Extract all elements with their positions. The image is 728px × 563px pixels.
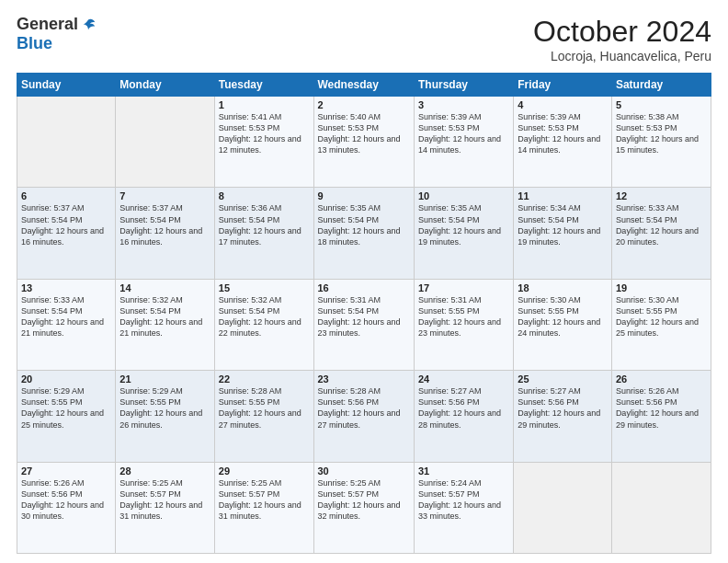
calendar-cell: 31Sunrise: 5:24 AMSunset: 5:57 PMDayligh… — [414, 462, 513, 553]
cell-content: Sunrise: 5:35 AMSunset: 5:54 PMDaylight:… — [418, 202, 509, 247]
calendar-cell: 11Sunrise: 5:34 AMSunset: 5:54 PMDayligh… — [514, 188, 612, 279]
cell-content: Sunrise: 5:40 AMSunset: 5:53 PMDaylight:… — [318, 111, 410, 156]
day-number: 19 — [616, 282, 707, 293]
cell-content: Sunrise: 5:25 AMSunset: 5:57 PMDaylight:… — [318, 477, 410, 523]
calendar-cell: 28Sunrise: 5:25 AMSunset: 5:57 PMDayligh… — [116, 462, 214, 553]
cell-content: Sunrise: 5:39 AMSunset: 5:53 PMDaylight:… — [418, 111, 509, 156]
day-number: 24 — [418, 373, 509, 385]
calendar-cell: 13Sunrise: 5:33 AMSunset: 5:54 PMDayligh… — [17, 279, 116, 370]
day-number: 28 — [119, 465, 210, 477]
cell-content: Sunrise: 5:35 AMSunset: 5:54 PMDaylight:… — [318, 202, 410, 247]
day-number: 9 — [318, 190, 410, 201]
cell-content: Sunrise: 5:30 AMSunset: 5:55 PMDaylight:… — [616, 294, 707, 339]
col-header-tuesday: Tuesday — [214, 74, 313, 97]
calendar-cell: 7Sunrise: 5:37 AMSunset: 5:54 PMDaylight… — [116, 188, 214, 279]
day-number: 26 — [616, 373, 707, 385]
calendar-cell: 5Sunrise: 5:38 AMSunset: 5:53 PMDaylight… — [611, 97, 711, 188]
cell-content: Sunrise: 5:28 AMSunset: 5:56 PMDaylight:… — [318, 385, 410, 431]
calendar-cell: 12Sunrise: 5:33 AMSunset: 5:54 PMDayligh… — [611, 188, 711, 279]
day-number: 8 — [219, 190, 310, 201]
calendar-cell: 26Sunrise: 5:26 AMSunset: 5:56 PMDayligh… — [611, 371, 711, 462]
calendar-cell: 23Sunrise: 5:28 AMSunset: 5:56 PMDayligh… — [313, 371, 414, 462]
cell-content: Sunrise: 5:31 AMSunset: 5:54 PMDaylight:… — [318, 294, 410, 339]
cell-content: Sunrise: 5:37 AMSunset: 5:54 PMDaylight:… — [21, 202, 111, 247]
cell-content: Sunrise: 5:24 AMSunset: 5:57 PMDaylight:… — [418, 477, 509, 523]
day-number: 3 — [418, 99, 509, 110]
calendar-cell — [514, 462, 612, 553]
day-number: 27 — [21, 465, 111, 477]
cell-content: Sunrise: 5:27 AMSunset: 5:56 PMDaylight:… — [518, 385, 608, 431]
calendar-cell: 15Sunrise: 5:32 AMSunset: 5:54 PMDayligh… — [214, 279, 313, 370]
day-number: 29 — [219, 465, 310, 477]
logo-blue-text: Blue — [17, 34, 52, 53]
cell-content: Sunrise: 5:39 AMSunset: 5:53 PMDaylight:… — [518, 111, 608, 156]
cell-content: Sunrise: 5:32 AMSunset: 5:54 PMDaylight:… — [219, 294, 310, 339]
cell-content: Sunrise: 5:25 AMSunset: 5:57 PMDaylight:… — [219, 477, 310, 523]
cell-content: Sunrise: 5:31 AMSunset: 5:55 PMDaylight:… — [418, 294, 509, 339]
calendar-cell: 25Sunrise: 5:27 AMSunset: 5:56 PMDayligh… — [514, 371, 612, 462]
day-number: 20 — [21, 373, 111, 385]
logo-general-text: General — [17, 15, 78, 34]
day-number: 31 — [418, 465, 509, 477]
col-header-saturday: Saturday — [611, 74, 711, 97]
month-title: October 2024 — [533, 15, 711, 49]
calendar-cell: 19Sunrise: 5:30 AMSunset: 5:55 PMDayligh… — [611, 279, 711, 370]
calendar-cell: 17Sunrise: 5:31 AMSunset: 5:55 PMDayligh… — [414, 279, 513, 370]
calendar-cell: 1Sunrise: 5:41 AMSunset: 5:53 PMDaylight… — [214, 97, 313, 188]
day-number: 17 — [418, 282, 509, 293]
calendar-cell — [17, 97, 116, 188]
calendar-cell: 3Sunrise: 5:39 AMSunset: 5:53 PMDaylight… — [414, 97, 513, 188]
cell-content: Sunrise: 5:32 AMSunset: 5:54 PMDaylight:… — [119, 294, 210, 339]
cell-content: Sunrise: 5:41 AMSunset: 5:53 PMDaylight:… — [219, 111, 310, 156]
calendar-cell — [611, 462, 711, 553]
cell-content: Sunrise: 5:36 AMSunset: 5:54 PMDaylight:… — [219, 202, 310, 247]
logo: General Blue — [17, 15, 97, 53]
calendar-cell: 10Sunrise: 5:35 AMSunset: 5:54 PMDayligh… — [414, 188, 513, 279]
day-number: 11 — [518, 190, 608, 201]
calendar-cell: 22Sunrise: 5:28 AMSunset: 5:55 PMDayligh… — [214, 371, 313, 462]
day-number: 23 — [318, 373, 410, 385]
calendar-table: SundayMondayTuesdayWednesdayThursdayFrid… — [17, 73, 711, 554]
col-header-monday: Monday — [116, 74, 214, 97]
day-number: 25 — [518, 373, 608, 385]
cell-content: Sunrise: 5:29 AMSunset: 5:55 PMDaylight:… — [21, 385, 111, 431]
calendar-cell: 16Sunrise: 5:31 AMSunset: 5:54 PMDayligh… — [313, 279, 414, 370]
day-number: 18 — [518, 282, 608, 293]
cell-content: Sunrise: 5:33 AMSunset: 5:54 PMDaylight:… — [21, 294, 111, 339]
day-number: 5 — [616, 99, 707, 110]
cell-content: Sunrise: 5:34 AMSunset: 5:54 PMDaylight:… — [518, 202, 608, 247]
calendar-cell: 30Sunrise: 5:25 AMSunset: 5:57 PMDayligh… — [313, 462, 414, 553]
cell-content: Sunrise: 5:28 AMSunset: 5:55 PMDaylight:… — [219, 385, 310, 431]
calendar-cell: 20Sunrise: 5:29 AMSunset: 5:55 PMDayligh… — [17, 371, 116, 462]
cell-content: Sunrise: 5:30 AMSunset: 5:55 PMDaylight:… — [518, 294, 608, 339]
calendar-cell: 27Sunrise: 5:26 AMSunset: 5:56 PMDayligh… — [17, 462, 116, 553]
calendar-cell: 4Sunrise: 5:39 AMSunset: 5:53 PMDaylight… — [514, 97, 612, 188]
calendar-cell: 2Sunrise: 5:40 AMSunset: 5:53 PMDaylight… — [313, 97, 414, 188]
day-number: 21 — [119, 373, 210, 385]
col-header-friday: Friday — [514, 74, 612, 97]
title-block: October 2024 Locroja, Huancavelica, Peru — [533, 15, 711, 63]
calendar-cell: 21Sunrise: 5:29 AMSunset: 5:55 PMDayligh… — [116, 371, 214, 462]
calendar-cell: 24Sunrise: 5:27 AMSunset: 5:56 PMDayligh… — [414, 371, 513, 462]
day-number: 16 — [318, 282, 410, 293]
calendar-cell: 6Sunrise: 5:37 AMSunset: 5:54 PMDaylight… — [17, 188, 116, 279]
calendar-cell — [116, 97, 214, 188]
calendar-cell: 8Sunrise: 5:36 AMSunset: 5:54 PMDaylight… — [214, 188, 313, 279]
header: General Blue October 2024 Locroja, Huanc… — [17, 15, 711, 63]
location-text: Locroja, Huancavelica, Peru — [533, 49, 711, 63]
logo-bird-icon — [80, 17, 97, 33]
calendar-page: General Blue October 2024 Locroja, Huanc… — [0, 0, 728, 563]
calendar-cell: 29Sunrise: 5:25 AMSunset: 5:57 PMDayligh… — [214, 462, 313, 553]
calendar-cell: 14Sunrise: 5:32 AMSunset: 5:54 PMDayligh… — [116, 279, 214, 370]
cell-content: Sunrise: 5:38 AMSunset: 5:53 PMDaylight:… — [616, 111, 707, 156]
day-number: 6 — [21, 190, 111, 201]
day-number: 14 — [119, 282, 210, 293]
cell-content: Sunrise: 5:37 AMSunset: 5:54 PMDaylight:… — [119, 202, 210, 247]
cell-content: Sunrise: 5:33 AMSunset: 5:54 PMDaylight:… — [616, 202, 707, 247]
calendar-cell: 18Sunrise: 5:30 AMSunset: 5:55 PMDayligh… — [514, 279, 612, 370]
cell-content: Sunrise: 5:27 AMSunset: 5:56 PMDaylight:… — [418, 385, 509, 431]
day-number: 10 — [418, 190, 509, 201]
day-number: 1 — [219, 99, 310, 110]
col-header-sunday: Sunday — [17, 74, 116, 97]
day-number: 22 — [219, 373, 310, 385]
